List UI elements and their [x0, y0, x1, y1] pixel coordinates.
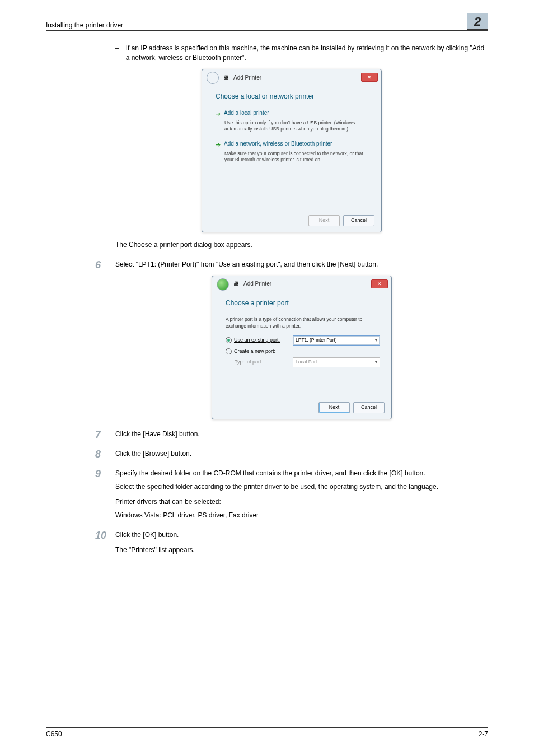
type-of-port-select: Local Port ▾	[293, 357, 380, 367]
printer-icon: 🖶	[223, 74, 229, 82]
radio-existing[interactable]	[226, 337, 232, 343]
next-button[interactable]: Next	[318, 402, 350, 413]
option-title: Add a network, wireless or Bluetooth pri…	[224, 140, 332, 148]
caption: The Choose a printer port dialog box app…	[115, 240, 488, 250]
arrow-icon: ➔	[216, 110, 221, 119]
existing-port-select[interactable]: LPT1: (Printer Port) ▾	[293, 335, 380, 346]
footer-model: C650	[46, 730, 62, 738]
step-number-7: 7	[95, 427, 101, 442]
back-icon[interactable]	[217, 278, 229, 291]
use-existing-port-row[interactable]: Use an existing port: LPT1: (Printer Por…	[226, 335, 380, 346]
step-10-text-a: Click the [OK] button.	[115, 530, 488, 540]
add-printer-dialog-2: ✕ 🖶 Add Printer Choose a printer port A …	[212, 276, 392, 419]
step-9-text-a: Specify the desired folder on the CD-ROM…	[115, 469, 488, 478]
step-number-6: 6	[95, 258, 101, 272]
cancel-button[interactable]: Cancel	[343, 215, 374, 226]
intro-text: If an IP address is specified on this ma…	[126, 44, 488, 63]
option-network-printer[interactable]: ➔ Add a network, wireless or Bluetooth p…	[216, 140, 370, 163]
step-number-8: 8	[95, 447, 101, 461]
step-9-text-d: Windows Vista: PCL driver, PS driver, Fa…	[115, 511, 488, 520]
close-icon[interactable]: ✕	[361, 73, 378, 82]
radio-create[interactable]	[226, 348, 232, 354]
step-7-text: Click the [Have Disk] button.	[115, 430, 488, 439]
page-content: – If an IP address is specified on this …	[95, 44, 488, 559]
step-number-9: 9	[95, 466, 101, 481]
bullet-dash: –	[115, 44, 119, 63]
option-desc: Use this option only if you don't have a…	[224, 120, 370, 132]
step-9-text-b: Select the specified folder according to…	[115, 482, 488, 492]
create-label: Create a new port:	[234, 348, 275, 355]
existing-port-value: LPT1: (Printer Port)	[296, 337, 337, 343]
next-button: Next	[308, 215, 340, 226]
create-new-port-row[interactable]: Create a new port:	[226, 348, 380, 355]
chapter-badge: 2	[467, 13, 488, 30]
add-printer-dialog-1: ✕ 🖶 Add Printer Choose a local or networ…	[202, 69, 382, 232]
type-of-port-value: Local Port	[296, 358, 317, 365]
chevron-down-icon: ▾	[375, 359, 377, 366]
dialog-desc: A printer port is a type of connection t…	[226, 316, 380, 330]
close-icon[interactable]: ✕	[371, 279, 388, 288]
type-of-port-row: Type of port: Local Port ▾	[235, 357, 380, 367]
dialog-heading: Choose a printer port	[226, 298, 380, 308]
option-local-printer[interactable]: ➔ Add a local printer Use this option on…	[216, 109, 370, 132]
chevron-down-icon: ▾	[375, 337, 377, 344]
cancel-button[interactable]: Cancel	[353, 402, 385, 413]
step-6-text: Select "LPT1: (Printer Port)" from "Use …	[115, 260, 488, 269]
dialog-title: Add Printer	[243, 280, 271, 288]
footer-page: 2-7	[479, 730, 488, 738]
back-icon[interactable]	[207, 72, 219, 84]
printer-icon: 🖶	[233, 280, 239, 288]
step-10-text-b: The "Printers" list appears.	[115, 545, 488, 555]
step-number-10: 10	[95, 528, 106, 543]
option-title: Add a local printer	[224, 109, 269, 118]
running-head: Installing the printer driver	[46, 21, 123, 29]
step-8-text: Click the [Browse] button.	[115, 449, 488, 459]
dialog-heading: Choose a local or network printer	[216, 92, 370, 101]
use-existing-label: Use an existing port:	[234, 337, 280, 344]
type-of-port-label: Type of port:	[235, 358, 287, 366]
dialog-title: Add Printer	[233, 74, 261, 82]
step-9-text-c: Printer drivers that can be selected:	[115, 497, 488, 507]
arrow-icon: ➔	[216, 141, 221, 150]
option-desc: Make sure that your computer is connecte…	[224, 151, 370, 163]
